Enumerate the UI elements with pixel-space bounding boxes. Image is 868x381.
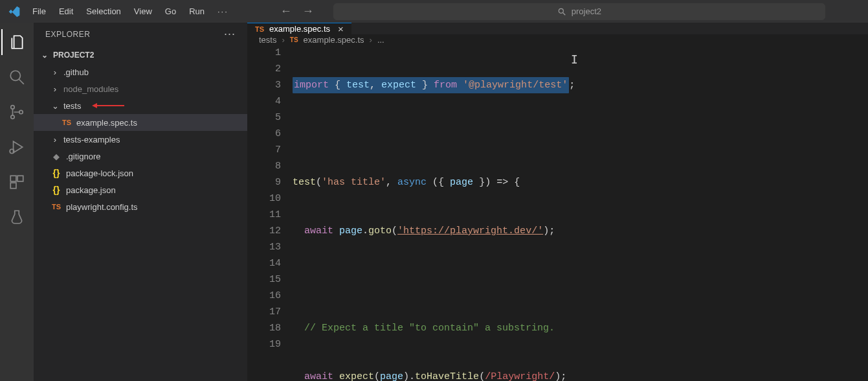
svg-rect-9 [10, 176, 16, 181]
breadcrumb[interactable]: tests › TS example.spec.ts › ... [247, 35, 868, 45]
nav-arrows: ← → [280, 5, 314, 18]
svg-line-3 [19, 79, 24, 84]
code-editor[interactable]: 1 2 3 4 5 6 7 8 9 10 11 12 13 14 15 16 1… [247, 45, 868, 381]
tree-folder-node-modules[interactable]: › node_modules [34, 80, 247, 97]
sidebar-header: EXPLORER ··· [34, 23, 247, 45]
tree-label: playwright.config.ts [66, 202, 138, 212]
activity-extensions-icon[interactable] [1, 169, 32, 195]
nav-back-icon[interactable]: ← [280, 5, 292, 18]
editor-tab-active[interactable]: TS example.spec.ts × [247, 23, 351, 34]
tree-file-package-lock[interactable]: {} package-lock.json [34, 165, 247, 181]
typescript-file-icon: TS [50, 203, 62, 211]
line-number: 4 [247, 93, 281, 110]
json-file-icon: {} [50, 185, 62, 195]
annotation-arrow-icon [92, 103, 124, 108]
typescript-file-icon: TS [290, 36, 298, 43]
line-number: 15 [247, 271, 281, 288]
line-number: 17 [247, 304, 281, 320]
menu-run[interactable]: Run [183, 3, 211, 20]
line-number: 19 [247, 336, 281, 352]
tree-folder-github[interactable]: › .github [34, 64, 247, 80]
tab-filename: example.spec.ts [269, 24, 330, 34]
activity-explorer-icon[interactable] [1, 29, 32, 55]
command-center-search[interactable]: project2 [333, 3, 825, 20]
tree-label: package-lock.json [66, 168, 133, 178]
line-number: 6 [247, 126, 281, 142]
menu-file[interactable]: File [26, 3, 52, 20]
tree-file-example-spec[interactable]: TS example.spec.ts [34, 114, 247, 131]
svg-point-2 [10, 71, 20, 80]
typescript-file-icon: TS [61, 119, 72, 126]
line-number: 14 [247, 255, 281, 271]
line-number: 3 [247, 77, 281, 93]
menu-more-icon[interactable]: ··· [211, 3, 235, 20]
line-number: 10 [247, 190, 281, 207]
tree-label: tests-examples [63, 135, 120, 144]
editor-group: TS example.spec.ts × tests › TS example.… [247, 23, 868, 381]
activity-run-debug-icon[interactable] [1, 134, 32, 160]
chevron-right-icon: › [50, 67, 60, 76]
svg-point-6 [19, 110, 23, 113]
line-number: 5 [247, 110, 281, 126]
sidebar-more-icon[interactable]: ··· [224, 27, 236, 41]
activity-source-control-icon[interactable] [1, 99, 32, 125]
line-number: 18 [247, 320, 281, 336]
vscode-logo-icon [6, 4, 22, 19]
line-number: 12 [247, 223, 281, 239]
line-number: 8 [247, 158, 281, 174]
tree-file-playwright-config[interactable]: TS playwright.config.ts [34, 198, 247, 215]
breadcrumb-file: example.spec.ts [304, 35, 364, 45]
menu-edit[interactable]: Edit [52, 3, 80, 20]
code-content[interactable]: import { test, expect } from '@playwrigh… [293, 45, 868, 381]
tree-folder-tests[interactable]: ⌄ tests [34, 97, 247, 114]
sidebar-title: EXPLORER [45, 30, 90, 39]
line-number: 16 [247, 288, 281, 304]
svg-rect-11 [10, 183, 16, 189]
chevron-right-icon: › [50, 135, 60, 144]
tree-file-gitignore[interactable]: ◆ .gitignore [34, 148, 247, 165]
tree-root[interactable]: ⌄ PROJECT2 [34, 47, 247, 64]
svg-point-4 [11, 106, 14, 109]
nav-forward-icon[interactable]: → [302, 5, 314, 18]
editor-tabs: TS example.spec.ts × [247, 23, 868, 35]
tree-label: .gitignore [66, 152, 100, 161]
tree-label: node_modules [63, 84, 118, 94]
tree-file-package-json[interactable]: {} package.json [34, 181, 247, 198]
search-icon [557, 7, 566, 16]
svg-point-5 [11, 115, 14, 119]
chevron-down-icon: ⌄ [40, 51, 49, 60]
breadcrumb-tail: ... [377, 35, 384, 45]
activity-search-icon[interactable] [1, 64, 32, 90]
tree-label: tests [63, 101, 81, 111]
close-icon[interactable]: × [338, 23, 344, 34]
chevron-right-icon: › [282, 35, 284, 45]
menu-view[interactable]: View [128, 3, 159, 20]
svg-point-0 [559, 8, 563, 13]
svg-line-1 [562, 12, 565, 15]
tree-label: example.spec.ts [76, 118, 137, 128]
chevron-down-icon: ⌄ [50, 101, 60, 110]
menu-go[interactable]: Go [159, 3, 183, 20]
file-tree: ⌄ PROJECT2 › .github › node_modules ⌄ te… [34, 45, 247, 215]
activity-bar [0, 23, 34, 381]
project-name: PROJECT2 [53, 51, 94, 60]
tree-folder-tests-examples[interactable]: › tests-examples [34, 131, 247, 148]
typescript-file-icon: TS [255, 25, 264, 33]
explorer-sidebar: EXPLORER ··· ⌄ PROJECT2 › .github › node… [34, 23, 247, 381]
tree-label: .github [63, 67, 89, 77]
activity-testing-icon[interactable] [1, 204, 32, 230]
line-number: 11 [247, 207, 281, 223]
svg-marker-7 [14, 141, 23, 152]
line-number: 9 [247, 174, 281, 190]
text-cursor-icon: 𝙸 [571, 52, 578, 69]
menu-selection[interactable]: Selection [80, 3, 127, 20]
json-file-icon: {} [50, 168, 62, 178]
line-number: 13 [247, 239, 281, 255]
breadcrumb-folder: tests [259, 35, 276, 45]
svg-rect-10 [17, 176, 23, 181]
workbench: EXPLORER ··· ⌄ PROJECT2 › .github › node… [0, 23, 868, 381]
gutter: 1 2 3 4 5 6 7 8 9 10 11 12 13 14 15 16 1… [247, 45, 293, 381]
line-number: 7 [247, 142, 281, 158]
gitignore-file-icon: ◆ [50, 152, 62, 161]
chevron-right-icon: › [50, 84, 60, 93]
